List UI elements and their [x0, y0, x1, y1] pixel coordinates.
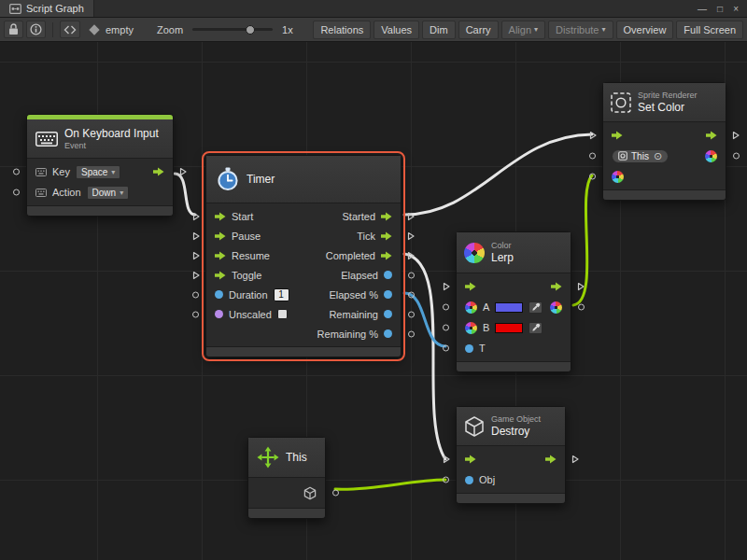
info-button[interactable] [26, 21, 46, 38]
color-type-icon [465, 301, 477, 314]
started-port[interactable] [407, 212, 415, 221]
lock-icon [8, 23, 19, 35]
node-footer [603, 189, 726, 200]
key-input-port[interactable] [13, 169, 20, 175]
lerp-a-port[interactable] [443, 304, 449, 311]
zoom-slider-knob[interactable] [246, 25, 255, 35]
duration-port[interactable] [192, 291, 199, 298]
toolbar-separator [52, 22, 53, 37]
maximize-button[interactable]: □ [717, 4, 723, 14]
setcolor-target-field[interactable]: This ⊙ [612, 149, 669, 163]
flow-out-arrow-icon [551, 282, 562, 291]
destroy-obj-port[interactable] [443, 477, 449, 483]
dim-button[interactable]: Dim [422, 21, 456, 39]
setcolor-flow-out-port[interactable] [732, 131, 740, 140]
fullscreen-button[interactable]: Full Screen [676, 21, 743, 39]
setcolor-flow-in-port[interactable] [589, 131, 597, 140]
elapsed-pct-port[interactable] [408, 291, 415, 298]
info-icon [30, 23, 42, 35]
toggle-port[interactable] [192, 271, 200, 280]
destroy-flow-in-port[interactable] [443, 455, 450, 464]
values-button[interactable]: Values [374, 21, 419, 39]
lerp-result-port[interactable] [578, 304, 585, 311]
tick-port[interactable] [407, 231, 415, 241]
carry-button[interactable]: Carry [458, 21, 499, 39]
node-on-keyboard-input[interactable]: On Keyboard Input Event Key Space▾ Actio… [26, 114, 174, 217]
relations-button[interactable]: Relations [313, 21, 371, 39]
unscaled-port[interactable] [192, 311, 199, 317]
color-a-swatch[interactable] [495, 302, 523, 313]
setcolor-color-in-port[interactable] [589, 174, 596, 180]
lerp-b-port[interactable] [443, 325, 449, 331]
timer-row-start: Start Started [206, 206, 401, 226]
this-node-header[interactable]: This [248, 438, 325, 478]
distribute-dropdown[interactable]: Distribute▾ [548, 21, 613, 39]
flow-out-arrow-icon [545, 455, 557, 464]
node-destroy[interactable]: Game Object Destroy Obj [456, 406, 566, 504]
pause-port[interactable] [192, 231, 200, 241]
lerp-flow-out-port[interactable] [577, 282, 585, 291]
flow-out-arrow-icon [381, 212, 392, 221]
elapsed-pct-value-icon [384, 290, 392, 299]
setcolor-row-color [603, 166, 726, 187]
flow-in-arrow-icon [215, 251, 226, 260]
flow-out-arrow-icon [153, 167, 164, 176]
node-set-color[interactable]: Sprite Renderer Set Color This ⊙ [602, 82, 726, 201]
obj-label: Obj [479, 474, 495, 485]
overview-button[interactable]: Overview [616, 21, 674, 39]
destroy-node-header[interactable]: Game Object Destroy [457, 407, 565, 446]
keyboard-trigger-port[interactable] [179, 167, 187, 176]
setcolor-node-header[interactable]: Sprite Renderer Set Color [603, 83, 726, 122]
eyedropper-button[interactable] [529, 301, 543, 314]
minimize-button[interactable]: — [698, 4, 707, 14]
flow-out-arrow-icon [381, 231, 392, 241]
align-dropdown[interactable]: Align▾ [501, 21, 545, 39]
lerp-row-flow [457, 276, 571, 297]
lerp-flow-in-port[interactable] [443, 282, 450, 291]
remaining-pct-value-icon [384, 329, 392, 338]
completed-port[interactable] [407, 251, 415, 260]
node-title: This [286, 451, 307, 464]
close-button[interactable]: × [733, 4, 739, 14]
action-dropdown[interactable]: Down▾ [87, 186, 130, 200]
window-controls: — □ × [689, 0, 747, 17]
node-color-lerp[interactable]: Color Lerp A B [456, 231, 571, 372]
duration-input[interactable] [274, 288, 289, 301]
eyedropper-button[interactable] [529, 322, 543, 334]
zoom-slider-track[interactable] [192, 28, 273, 31]
script-graph-icon [9, 4, 21, 14]
color-b-swatch[interactable] [495, 323, 523, 333]
key-dropdown[interactable]: Space▾ [76, 165, 120, 179]
lerp-node-header[interactable]: Color Lerp [457, 232, 571, 273]
collapse-sidebars-button[interactable] [60, 21, 80, 38]
this-output-port[interactable] [332, 490, 339, 497]
unscaled-checkbox[interactable] [277, 309, 288, 319]
elapsed-port[interactable] [408, 272, 415, 278]
node-timer[interactable]: Timer Start Started Pause Tick Resume Co… [205, 155, 402, 357]
setcolor-target-out-port[interactable] [733, 153, 740, 160]
target-picker-icon[interactable]: ⊙ [654, 150, 662, 162]
titlebar: Script Graph — □ × [0, 0, 747, 18]
action-input-port[interactable] [13, 189, 20, 196]
timer-node-header[interactable]: Timer [206, 156, 401, 203]
remaining-pct-port[interactable] [408, 330, 415, 337]
tab-script-graph[interactable]: Script Graph [0, 0, 94, 17]
b-label: B [483, 322, 489, 333]
setcolor-target-in-port[interactable] [589, 153, 596, 160]
zoom-slider[interactable] [192, 23, 273, 36]
keyboard-node-header[interactable]: On Keyboard Input Event [27, 119, 173, 159]
node-this[interactable]: This [247, 437, 326, 519]
destroy-flow-out-port[interactable] [571, 455, 579, 464]
remaining-port[interactable] [408, 311, 415, 317]
timer-row-pause: Pause Tick [206, 226, 401, 245]
obj-value-icon [465, 476, 473, 484]
node-title: Set Color [638, 101, 698, 114]
graph-name[interactable]: empty [106, 24, 134, 35]
duration-value-icon [215, 290, 223, 299]
lerp-t-port[interactable] [443, 345, 449, 352]
lock-button[interactable] [4, 21, 23, 38]
start-port[interactable] [192, 212, 200, 221]
zoom-label: Zoom [157, 24, 183, 35]
resume-port[interactable] [192, 251, 200, 260]
graph-asset-icon [89, 24, 99, 35]
